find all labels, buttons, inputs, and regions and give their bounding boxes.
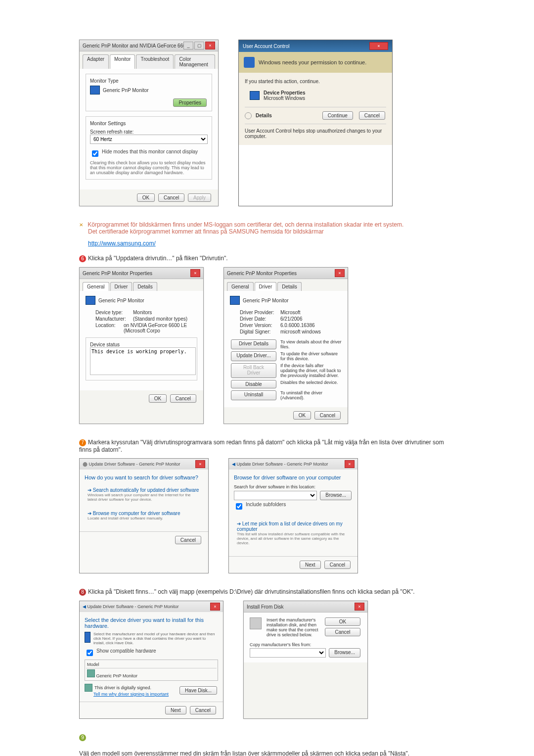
- uac-title: User Account Control: [243, 44, 290, 49]
- search-location-label: Search for driver software in this locat…: [234, 484, 353, 489]
- driver-details-button[interactable]: Driver Details: [231, 339, 276, 349]
- copy-from-label: Copy manufacturer's files from:: [250, 642, 361, 647]
- device-name: Generic PnP Monitor: [98, 298, 144, 303]
- device-type-value: Monitors: [133, 310, 152, 315]
- close-icon[interactable]: ×: [190, 269, 200, 277]
- close-icon[interactable]: ×: [210, 603, 220, 611]
- ok-button[interactable]: OK: [293, 411, 311, 420]
- option-pick-from-list[interactable]: ➔ Let me pick from a list of device driv…: [234, 518, 353, 548]
- tab-strip: Adapter Monitor Troubleshoot Color Manag…: [80, 51, 218, 69]
- expand-icon[interactable]: [245, 112, 252, 119]
- tab-color-management[interactable]: Color Management: [175, 54, 215, 69]
- signed-text: This driver is digitally signed.: [94, 685, 151, 690]
- wiz1-title: Update Driver Software - Generic PnP Mon…: [89, 462, 180, 467]
- monitor-icon: [86, 296, 95, 305]
- minimize-button[interactable]: _: [183, 42, 193, 49]
- model-column: Model: [86, 661, 217, 668]
- maximize-button[interactable]: ▢: [194, 42, 204, 49]
- tab-troubleshoot[interactable]: Troubleshoot: [136, 54, 174, 69]
- include-subfolders-checkbox[interactable]: [236, 503, 242, 510]
- option-browse-computer[interactable]: ➔ Browse my computer for driver software…: [85, 508, 203, 523]
- next-button[interactable]: Next: [165, 706, 186, 714]
- note-line2: Det certifierade körprogrammet kommer at…: [88, 228, 324, 235]
- date-value: 6/21/2006: [280, 316, 303, 322]
- ok-button[interactable]: OK: [137, 193, 155, 202]
- update-driver-button[interactable]: Update Driver...: [231, 351, 276, 361]
- note-icon: ✕: [79, 222, 83, 228]
- apply-button[interactable]: Apply: [188, 193, 211, 202]
- hide-modes-description: Clearing this check box allows you to se…: [90, 160, 208, 175]
- tab-details[interactable]: Details: [133, 282, 157, 291]
- uac-close-button[interactable]: ×: [369, 42, 388, 50]
- uac-footer: User Account Control helps stop unauthor…: [245, 128, 386, 139]
- manufacturer-label: Manufacturer:: [95, 316, 130, 322]
- close-icon[interactable]: ×: [195, 460, 205, 468]
- tab-driver[interactable]: Driver: [255, 282, 277, 291]
- tab-monitor[interactable]: Monitor: [110, 54, 135, 69]
- cancel-button[interactable]: Cancel: [190, 706, 216, 714]
- tab-driver[interactable]: Driver: [110, 282, 133, 291]
- tab-general[interactable]: General: [83, 282, 109, 291]
- model-row[interactable]: Generic PnP Monitor: [86, 668, 217, 679]
- titlebar: Generic PnP Monitor and NVIDIA GeForce 6…: [80, 40, 218, 51]
- details-toggle[interactable]: Details: [256, 113, 317, 118]
- hide-modes-checkbox[interactable]: [92, 150, 98, 157]
- provider-value: Microsoft: [280, 310, 301, 315]
- option-search-auto[interactable]: ➔ Search automatically for updated drive…: [85, 484, 203, 505]
- show-compatible-checkbox[interactable]: [87, 650, 93, 656]
- date-label: Driver Date:: [240, 316, 278, 322]
- wiz3-heading: Select the device driver you want to ins…: [85, 617, 218, 629]
- browse-button[interactable]: Browse...: [320, 491, 352, 500]
- ok-button[interactable]: OK: [325, 617, 360, 626]
- disable-button[interactable]: Disable: [231, 380, 276, 388]
- rollback-driver-button[interactable]: Roll Back Driver: [231, 363, 276, 378]
- uac-ms-windows: Microsoft Windows: [264, 95, 306, 101]
- close-icon[interactable]: ×: [335, 269, 345, 277]
- copy-from-combo[interactable]: [250, 648, 326, 658]
- cancel-button[interactable]: Cancel: [158, 193, 184, 202]
- props-driver-title: Generic PnP Monitor Properties: [227, 271, 335, 276]
- update-wizard-browse: ◀ Update Driver Software - Generic PnP M…: [228, 458, 358, 573]
- close-icon[interactable]: ×: [345, 460, 355, 468]
- tab-general[interactable]: General: [227, 282, 254, 291]
- location-combo[interactable]: [234, 491, 317, 500]
- step-9-text: Välj den modell som överensstämmer med d…: [79, 750, 409, 756]
- uninstall-button[interactable]: Uninstall: [231, 390, 276, 400]
- uac-cancel-button[interactable]: Cancel: [359, 111, 385, 120]
- manufacturer-value: (Standard monitor types): [133, 316, 187, 322]
- close-icon[interactable]: ×: [355, 603, 364, 611]
- install-disk-title: Install From Disk: [247, 604, 355, 610]
- tab-adapter[interactable]: Adapter: [83, 54, 109, 69]
- uac-started-text: If you started this action, continue.: [245, 79, 386, 84]
- next-button[interactable]: Next: [300, 561, 321, 569]
- version-label: Driver Version:: [240, 323, 278, 328]
- cert-icon: [87, 669, 95, 677]
- tab-details[interactable]: Details: [277, 282, 302, 291]
- signer-value: microsoft windows: [280, 329, 321, 334]
- update-wizard-how: ⬤ Update Driver Software - Generic PnP M…: [79, 458, 209, 573]
- uac-banner-text: Windows needs your permission to continu…: [259, 59, 366, 65]
- continue-button[interactable]: Continue: [322, 111, 353, 120]
- location-value: on NVIDIA GeForce 6600 LE (Microsoft Cor…: [124, 323, 197, 333]
- location-label: Location:: [95, 323, 121, 333]
- close-button[interactable]: ×: [205, 42, 215, 49]
- browse-button[interactable]: Browse...: [329, 648, 360, 658]
- samsung-link[interactable]: http://www.samsung.com/: [88, 240, 156, 247]
- cancel-button[interactable]: Cancel: [314, 411, 341, 420]
- why-signing-link[interactable]: Tell me why driver signing is important: [93, 692, 169, 697]
- cancel-button[interactable]: Cancel: [324, 561, 351, 569]
- have-disk-button[interactable]: Have Disk...: [179, 686, 217, 695]
- properties-button[interactable]: Properties: [173, 98, 207, 107]
- cancel-button[interactable]: Cancel: [175, 536, 201, 544]
- shield-icon: [244, 57, 255, 68]
- monitor-properties-dialog: Generic PnP Monitor and NVIDIA GeForce 6…: [79, 40, 219, 206]
- show-compatible-label: Show compatible hardware: [96, 648, 156, 654]
- refresh-rate-label: Screen refresh rate:: [90, 129, 208, 135]
- install-from-disk-dialog: Install From Disk× Insert the manufactur…: [243, 601, 368, 719]
- cancel-button[interactable]: Cancel: [170, 394, 196, 403]
- ok-button[interactable]: OK: [149, 394, 167, 403]
- monitor-settings-label: Monitor Settings: [90, 121, 208, 126]
- cancel-button[interactable]: Cancel: [325, 628, 360, 636]
- provider-label: Driver Provider:: [240, 310, 278, 315]
- refresh-rate-select[interactable]: 60 Hertz: [90, 135, 208, 144]
